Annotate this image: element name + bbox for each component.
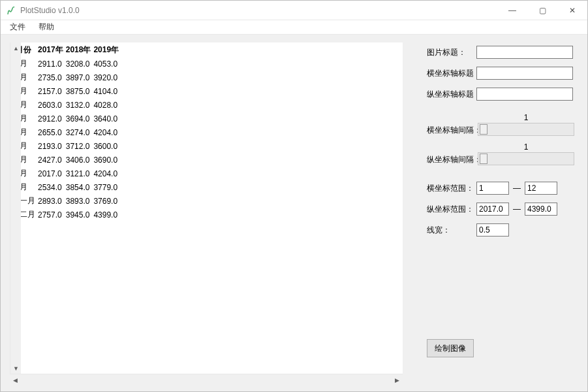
table-cell: 2427.0	[37, 154, 64, 166]
y-range-label: 纵坐标范围：	[427, 204, 476, 215]
table-cell: 3945.0	[65, 208, 92, 221]
table-container: 月份2017年2018年2019年 一月2911.03208.04053.0二月…	[10, 42, 414, 385]
scroll-down-icon[interactable]: ▼	[10, 363, 22, 374]
table-row[interactable]: 三月2157.03875.04104.0	[11, 85, 119, 97]
menubar: 文件 帮助	[1, 20, 587, 35]
x-interval-slider-thumb[interactable]	[480, 124, 487, 135]
table-cell: 2735.0	[37, 71, 64, 84]
table-cell: 3712.0	[65, 140, 92, 152]
titlebar: PlotStudio v1.0.0 — ▢ ✕	[1, 1, 587, 20]
y-interval-label: 纵坐标轴间隔：	[427, 154, 476, 165]
table-row[interactable]: 二月2735.03897.03920.0	[11, 71, 119, 84]
table-row[interactable]: 六月2655.03274.04204.0	[11, 126, 119, 139]
table-cell: 3769.0	[93, 195, 119, 207]
table-row[interactable]: 八月2427.03406.03690.0	[11, 154, 119, 166]
table-cell: 2534.0	[37, 181, 64, 193]
table-cell: 2893.0	[37, 195, 64, 207]
table-cell: 2603.0	[37, 99, 64, 111]
y-range-max-input[interactable]	[525, 203, 557, 216]
maximize-button[interactable]: ▢	[527, 1, 557, 20]
linewidth-label: 线宽：	[427, 225, 476, 236]
y-range-min-input[interactable]	[476, 203, 509, 216]
y-interval-slider[interactable]	[478, 152, 574, 165]
table-row[interactable]: 七月2193.03712.03600.0	[11, 140, 119, 152]
table-cell: 4053.0	[93, 57, 119, 70]
y-interval-value: 1	[524, 142, 529, 152]
table-cell: 3274.0	[65, 126, 92, 139]
data-table: 月份2017年2018年2019年 一月2911.03208.04053.0二月…	[10, 42, 121, 222]
x-axis-title-label: 横坐标轴标题：	[427, 68, 476, 79]
menu-file[interactable]: 文件	[5, 20, 31, 34]
settings-panel: 图片标题： 横坐标轴标题： 纵坐标轴标题： 横坐标轴间隔： 1	[418, 42, 581, 385]
table-cell: 2655.0	[37, 126, 64, 139]
table-row[interactable]: 九月2017.03121.04204.0	[11, 167, 119, 180]
x-range-label: 横坐标范围：	[427, 183, 476, 194]
table-cell: 3694.0	[65, 112, 92, 125]
app-window: PlotStudio v1.0.0 — ▢ ✕ 文件 帮助 月份2017年201…	[0, 0, 588, 392]
table-cell: 2193.0	[37, 140, 64, 152]
table-cell: 3208.0	[65, 57, 92, 70]
table-cell: 3600.0	[93, 140, 119, 152]
app-icon	[6, 5, 16, 16]
table-row[interactable]: 四月2603.03132.04028.0	[11, 99, 119, 111]
table-row[interactable]: 十一月2893.03893.03769.0	[11, 195, 119, 207]
table-cell: 2912.0	[37, 112, 64, 125]
x-interval-label: 横坐标轴间隔：	[427, 125, 476, 136]
table-cell: 3897.0	[65, 71, 92, 84]
table-row[interactable]: 十月2534.03854.03779.0	[11, 181, 119, 193]
chart-title-input[interactable]	[476, 46, 573, 59]
table-cell: 3121.0	[65, 167, 92, 180]
table-cell: 3406.0	[65, 154, 92, 166]
x-interval-value: 1	[524, 113, 529, 122]
scroll-left-icon[interactable]: ◀	[10, 374, 21, 385]
table-cell: 3920.0	[93, 71, 119, 84]
scroll-up-icon[interactable]: ▲	[10, 42, 22, 54]
table-cell: 3690.0	[93, 154, 119, 166]
chart-title-label: 图片标题：	[427, 47, 476, 58]
table-cell: 2157.0	[37, 85, 64, 97]
table-header: 2018年	[65, 44, 92, 56]
draw-button[interactable]: 绘制图像	[427, 339, 474, 357]
data-table-viewport: 月份2017年2018年2019年 一月2911.03208.04053.0二月…	[10, 42, 403, 374]
table-cell: 2911.0	[37, 57, 64, 70]
horizontal-scrollbar[interactable]: ◀ ▶	[10, 374, 403, 385]
table-cell: 4028.0	[93, 99, 119, 111]
table-cell: 2017.0	[37, 167, 64, 180]
table-cell: 3875.0	[65, 85, 92, 97]
y-range-dash: —	[509, 204, 525, 214]
table-row[interactable]: 一月2911.03208.04053.0	[11, 57, 119, 70]
vertical-scrollbar[interactable]: ▲ ▼	[10, 42, 21, 385]
x-range-min-input[interactable]	[476, 182, 509, 195]
table-cell: 3893.0	[65, 195, 92, 207]
table-row[interactable]: 五月2912.03694.03640.0	[11, 112, 119, 125]
x-axis-title-input[interactable]	[476, 67, 573, 80]
scroll-right-icon[interactable]: ▶	[392, 374, 403, 385]
x-range-dash: —	[509, 184, 525, 193]
table-cell: 3640.0	[93, 112, 119, 125]
minimize-button[interactable]: —	[497, 1, 527, 20]
table-cell: 3779.0	[93, 181, 119, 193]
scroll-corner	[403, 374, 414, 385]
table-cell: 4104.0	[93, 85, 119, 97]
window-title: PlotStudio v1.0.0	[20, 6, 80, 15]
table-cell: 4399.0	[93, 208, 119, 221]
y-axis-title-label: 纵坐标轴标题：	[427, 89, 476, 100]
x-range-max-input[interactable]	[525, 182, 557, 195]
menu-help[interactable]: 帮助	[33, 20, 59, 34]
client-area: 月份2017年2018年2019年 一月2911.03208.04053.0二月…	[1, 35, 587, 391]
close-button[interactable]: ✕	[557, 1, 587, 20]
table-row[interactable]: 十二月2757.03945.04399.0	[11, 208, 119, 221]
table-cell: 4204.0	[93, 167, 119, 180]
table-cell: 3132.0	[65, 99, 92, 111]
table-cell: 4204.0	[93, 126, 119, 139]
table-cell: 3854.0	[65, 181, 92, 193]
y-axis-title-input[interactable]	[476, 88, 573, 101]
table-header: 2017年	[37, 44, 64, 56]
table-header: 2019年	[93, 44, 119, 56]
table-cell: 2757.0	[37, 208, 64, 221]
y-interval-slider-thumb[interactable]	[480, 154, 487, 164]
linewidth-input[interactable]	[476, 223, 509, 237]
x-interval-slider[interactable]	[478, 123, 574, 136]
